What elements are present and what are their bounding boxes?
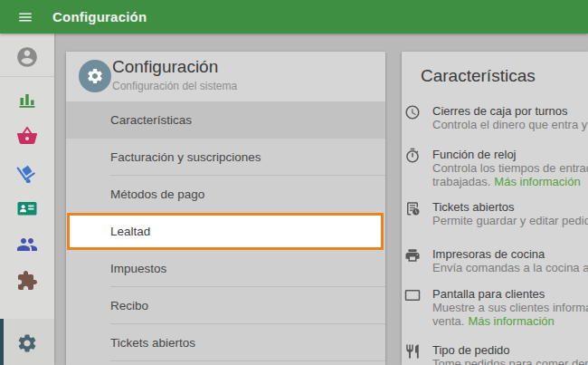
items-basket-icon[interactable] — [16, 125, 38, 147]
settings-panel-subtitle: Configuración del sistema — [112, 80, 237, 92]
dining-icon — [404, 343, 421, 360]
feature-open-tickets[interactable]: Tickets abiertos Permite guardar y edita… — [402, 200, 588, 227]
menu-item-impuestos[interactable]: Impuestos — [66, 250, 385, 287]
reports-icon[interactable] — [16, 89, 38, 110]
customers-card-icon[interactable] — [16, 197, 38, 219]
feature-shift-closures[interactable]: Cierres de caja por turnos Controla el d… — [402, 104, 588, 131]
settings-menu-list: Características Facturación y suscripcio… — [66, 101, 385, 361]
customer-display-icon — [404, 287, 421, 303]
app-window: { "topbar": { "title": "Configuración" }… — [0, 0, 588, 365]
menu-icon[interactable] — [17, 9, 33, 25]
timer-icon — [404, 148, 421, 164]
account-icon[interactable] — [15, 45, 39, 69]
menu-item-metodos-de-pago[interactable]: Métodos de pago — [66, 176, 385, 213]
integrations-puzzle-icon[interactable] — [16, 270, 38, 292]
more-info-link[interactable]: Más información — [494, 175, 580, 188]
sidebar-item-settings-active[interactable] — [0, 319, 54, 365]
feature-dining-options[interactable]: Tipo de pedido Tome pedidos para comer d… — [402, 343, 588, 365]
menu-item-tickets-abiertos[interactable]: Tickets abiertos — [66, 324, 385, 361]
more-info-link[interactable]: Más información — [468, 314, 554, 328]
feature-kitchen-printers[interactable]: Impresoras de cocina Envía comandas a la… — [402, 247, 588, 274]
feature-customer-display[interactable]: Pantalla para clientes Muestre a sus cli… — [402, 287, 588, 328]
feature-time-clock[interactable]: Función de reloj Controla los tiempos de… — [402, 148, 588, 188]
inventory-trolley-icon[interactable] — [16, 161, 38, 183]
employees-icon[interactable] — [16, 234, 38, 255]
settings-panel-title: Configuración — [112, 57, 218, 77]
features-title: Características — [421, 66, 536, 86]
menu-item-lealtad-highlighted[interactable]: Lealtad — [67, 213, 384, 250]
settings-badge — [79, 60, 111, 92]
sidebar-divider — [0, 76, 54, 77]
page-title: Configuración — [52, 9, 147, 24]
active-indicator — [0, 319, 4, 365]
open-tickets-icon — [404, 200, 421, 216]
clock-icon — [404, 104, 421, 120]
menu-item-facturacion[interactable]: Facturación y suscripciones — [66, 139, 385, 176]
kitchen-printer-icon — [404, 247, 421, 264]
settings-header: Configuración Configuración del sistema — [66, 52, 385, 101]
features-panel: Características Cierres de caja por turn… — [402, 52, 588, 365]
icon-sidebar — [0, 34, 54, 365]
settings-menu-panel: Configuración Configuración del sistema … — [66, 52, 385, 365]
settings-gear-icon — [16, 332, 38, 354]
menu-item-recibo[interactable]: Recibo — [66, 287, 385, 324]
menu-item-caracteristicas[interactable]: Características — [66, 101, 385, 139]
top-app-bar: Configuración — [0, 0, 588, 34]
